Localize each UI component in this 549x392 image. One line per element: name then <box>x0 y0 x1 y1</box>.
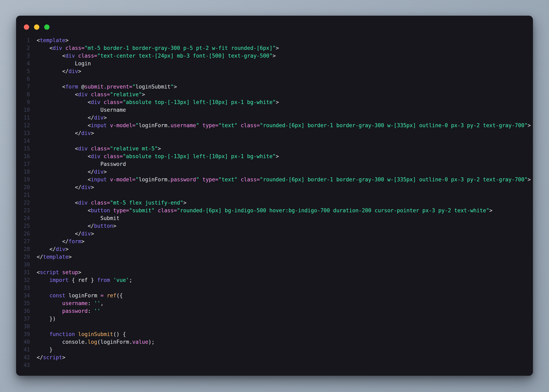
desktop-background: { "theme": { "page_bg_top": "#aeb9c5", "… <box>0 0 549 392</box>
code-text: </button> <box>37 222 116 230</box>
code-line: 4 Login <box>16 60 533 67</box>
code-text: </div> <box>37 230 94 238</box>
code-token: class= <box>241 122 260 128</box>
code-line: 41 } <box>16 346 533 354</box>
code-token: div <box>94 115 104 121</box>
code-token: > <box>78 68 81 74</box>
code-token: Password <box>37 161 126 167</box>
code-token: " <box>196 122 199 128</box>
code-text: <div class="relative"> <box>37 91 145 98</box>
code-line: 15 <div class="relative mt-5"> <box>16 145 533 153</box>
code-line: 8 <div class="relative"> <box>16 91 533 98</box>
code-line: 24 Submit <box>16 214 533 222</box>
code-line: 11 </div> <box>16 114 533 121</box>
code-token: loginForm <box>65 293 100 299</box>
code-token: '' <box>94 308 100 314</box>
code-line: 14 <box>16 137 533 145</box>
code-text: Username <box>37 106 126 114</box>
code-token: v-model= <box>110 122 135 128</box>
code-token: : <box>88 308 94 314</box>
line-number: 10 <box>16 106 30 114</box>
code-line: 43 <box>16 361 533 369</box>
code-token: < <box>37 45 53 51</box>
code-token: </ <box>37 115 94 121</box>
code-token: > <box>104 169 107 175</box>
code-token: "relative mt-5" <box>110 146 158 152</box>
line-number: 41 <box>16 346 30 354</box>
code-token <box>88 91 91 98</box>
window-controls <box>24 24 50 30</box>
code-token: > <box>489 207 492 214</box>
code-token: < <box>37 37 40 43</box>
code-token: ; <box>129 277 132 283</box>
code-token: loginSubmit <box>135 84 171 90</box>
code-token: " <box>132 84 136 90</box>
line-number: 5 <box>16 67 30 75</box>
code-token: "mt-5 flex justify-end" <box>110 200 183 206</box>
code-text: }) <box>37 315 56 322</box>
code-token: from <box>97 277 110 283</box>
code-token: ({ <box>116 293 123 299</box>
code-token: " <box>171 84 174 90</box>
code-token: template <box>40 37 65 43</box>
editor-window: 1<template>2 <div class="mt-5 border-1 b… <box>16 16 533 376</box>
code-token: }) <box>37 316 56 322</box>
code-text: <div class="mt-5 border-1 border-gray-30… <box>37 44 279 52</box>
code-token: " <box>135 122 139 128</box>
line-number: 40 <box>16 338 30 346</box>
code-line: 22 <div class="mt-5 flex justify-end"> <box>16 199 533 207</box>
code-token: > <box>104 115 107 121</box>
code-text: <form @submit.prevent="loginSubmit"> <box>37 83 177 91</box>
code-editor[interactable]: 1<template>2 <div class="mt-5 border-1 b… <box>16 36 533 376</box>
code-token: > <box>113 223 116 229</box>
code-line: 36 password: '' <box>16 307 533 315</box>
code-text: </div> <box>37 183 94 191</box>
code-text: password: '' <box>37 307 100 315</box>
code-token: > <box>276 153 279 159</box>
code-text: <div class="absolute top-[-13px] left-[1… <box>37 153 279 160</box>
code-token: script <box>43 354 62 360</box>
code-token: "absolute top-[-13px] left-[10px] px-1 b… <box>123 153 276 159</box>
code-token <box>110 207 113 214</box>
line-number: 24 <box>16 214 30 222</box>
code-token: > <box>91 130 94 136</box>
line-number: 12 <box>16 121 30 129</box>
line-number: 34 <box>16 292 30 299</box>
line-number: 1 <box>16 36 30 44</box>
code-token: "text" <box>218 122 237 128</box>
code-token: div <box>81 231 91 237</box>
code-token: > <box>272 53 276 59</box>
code-text: </script> <box>37 354 65 361</box>
code-token: div <box>78 91 88 98</box>
code-line: 19 <input v-model="loginForm.password" t… <box>16 176 533 183</box>
code-token: < <box>37 176 91 182</box>
code-token: loginForm. <box>139 176 171 182</box>
code-token <box>100 99 104 105</box>
code-token: username <box>62 300 88 306</box>
code-token: div <box>69 68 78 74</box>
code-text: Login <box>37 60 91 67</box>
code-line: 32 import { ref } from 'vue'; <box>16 276 533 284</box>
maximize-button[interactable] <box>44 24 50 30</box>
code-token: "rounded-[6px] border-1 border-gray-300 … <box>260 122 528 128</box>
code-token: type= <box>202 176 218 182</box>
code-token: < <box>37 207 91 214</box>
code-token <box>37 293 50 299</box>
line-number: 22 <box>16 199 30 207</box>
code-text: Submit <box>37 214 120 222</box>
code-token: div <box>81 184 91 190</box>
code-token <box>237 122 241 128</box>
close-button[interactable] <box>24 24 29 30</box>
code-token: "absolute top-[-13px] left-[10px] px-1 b… <box>123 99 276 105</box>
minimize-button[interactable] <box>34 24 39 30</box>
line-number: 14 <box>16 137 30 145</box>
code-token: "mt-5 border-1 border-gray-300 p-5 pt-2 … <box>85 45 276 51</box>
code-token: @ <box>78 84 85 90</box>
code-text: <script setup> <box>37 268 81 276</box>
code-line: 26 </div> <box>16 230 533 238</box>
line-number: 31 <box>16 268 30 276</box>
code-token: > <box>78 269 81 275</box>
line-number: 32 <box>16 276 30 284</box>
code-token <box>107 176 110 182</box>
code-token: < <box>37 53 65 59</box>
